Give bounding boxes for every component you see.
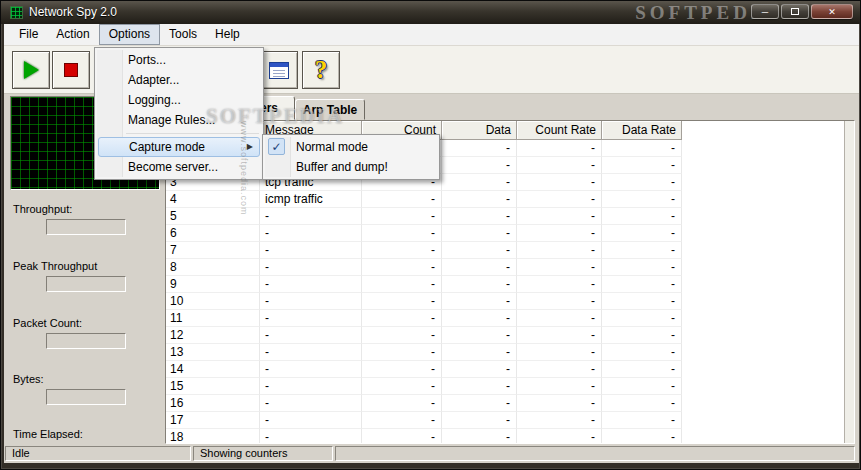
cell-count-rate: - bbox=[517, 395, 602, 412]
checkmark-icon: ✓ bbox=[268, 138, 285, 155]
menubar-item-options[interactable]: Options bbox=[99, 24, 160, 45]
stat-label: Peak Throughput bbox=[13, 260, 157, 272]
cell-filler bbox=[682, 242, 844, 259]
stat-label: Throughput: bbox=[13, 203, 157, 215]
menubar-item-file[interactable]: File bbox=[10, 24, 47, 45]
menu-item-become-server[interactable]: Become server... bbox=[96, 157, 262, 177]
close-icon: ✕ bbox=[828, 6, 836, 18]
menubar-item-tools[interactable]: Tools bbox=[160, 24, 206, 45]
cell-index: 5 bbox=[166, 208, 260, 225]
cell-count-rate: - bbox=[517, 276, 602, 293]
table-row[interactable]: 4icmp traffic---- bbox=[166, 191, 844, 208]
table-row[interactable]: 8----- bbox=[166, 259, 844, 276]
cell-count-rate: - bbox=[517, 174, 602, 191]
cell-count: - bbox=[362, 310, 442, 327]
cell-count-rate: - bbox=[517, 293, 602, 310]
stat-value-box bbox=[46, 219, 126, 235]
play-icon bbox=[24, 61, 39, 79]
close-button[interactable]: ✕ bbox=[811, 4, 853, 19]
stop-capture-button[interactable] bbox=[52, 51, 90, 89]
stat-value-box bbox=[46, 389, 126, 405]
cell-message: - bbox=[260, 395, 362, 412]
cell-data-rate: - bbox=[602, 157, 682, 174]
cell-count-rate: - bbox=[517, 378, 602, 395]
table-row[interactable]: 7----- bbox=[166, 242, 844, 259]
cell-count: - bbox=[362, 361, 442, 378]
cell-count-rate: - bbox=[517, 140, 602, 157]
table-row[interactable]: 5----- bbox=[166, 208, 844, 225]
maximize-button[interactable] bbox=[781, 4, 809, 19]
cell-data-rate: - bbox=[602, 327, 682, 344]
cell-data: - bbox=[442, 276, 517, 293]
submenu-item-buffer-and-dump[interactable]: Buffer and dump! bbox=[264, 157, 438, 177]
cell-data-rate: - bbox=[602, 259, 682, 276]
cell-index: 13 bbox=[166, 344, 260, 361]
window-title: Network Spy 2.0 bbox=[29, 5, 117, 19]
column-header-count-rate[interactable]: Count Rate bbox=[517, 121, 602, 140]
cell-index: 4 bbox=[166, 191, 260, 208]
table-row[interactable]: 15----- bbox=[166, 378, 844, 395]
cell-data: - bbox=[442, 344, 517, 361]
column-header-data-rate[interactable]: Data Rate bbox=[602, 121, 682, 140]
cell-data: - bbox=[442, 208, 517, 225]
table-row[interactable]: 13----- bbox=[166, 344, 844, 361]
column-header-filler bbox=[682, 121, 844, 140]
minimize-button[interactable]: ─ bbox=[751, 4, 779, 19]
table-row[interactable]: 16----- bbox=[166, 395, 844, 412]
cell-count: - bbox=[362, 395, 442, 412]
table-row[interactable]: 6----- bbox=[166, 225, 844, 242]
table-row[interactable]: 14----- bbox=[166, 361, 844, 378]
table-row[interactable]: 18----- bbox=[166, 429, 844, 444]
cell-index: 10 bbox=[166, 293, 260, 310]
menu-item-logging[interactable]: Logging... bbox=[96, 90, 262, 110]
cell-data-rate: - bbox=[602, 191, 682, 208]
menu-item-label: Adapter... bbox=[128, 73, 179, 87]
menu-item-adapter[interactable]: Adapter... bbox=[96, 70, 262, 90]
menubar-item-action[interactable]: Action bbox=[47, 24, 98, 45]
cell-data: - bbox=[442, 293, 517, 310]
menubar-item-help[interactable]: Help bbox=[206, 24, 249, 45]
cell-count-rate: - bbox=[517, 242, 602, 259]
tab-arp-table[interactable]: Arp Table bbox=[295, 99, 365, 120]
table-row[interactable]: 17----- bbox=[166, 412, 844, 429]
cell-data-rate: - bbox=[602, 276, 682, 293]
cell-message: - bbox=[260, 242, 362, 259]
cell-filler bbox=[682, 344, 844, 361]
cell-count: - bbox=[362, 225, 442, 242]
table-row[interactable]: 10----- bbox=[166, 293, 844, 310]
menu-item-manage-rules[interactable]: Manage Rules... bbox=[96, 110, 262, 130]
table-row[interactable]: 11----- bbox=[166, 310, 844, 327]
show-counters-button[interactable] bbox=[260, 51, 298, 89]
cell-data: - bbox=[442, 157, 517, 174]
status-view: Showing counters bbox=[193, 446, 333, 461]
cell-filler bbox=[682, 140, 844, 157]
help-button[interactable]: ? bbox=[302, 51, 340, 89]
cell-index: 18 bbox=[166, 429, 260, 444]
cell-filler bbox=[682, 276, 844, 293]
counters-list-icon bbox=[269, 62, 289, 79]
cell-count-rate: - bbox=[517, 191, 602, 208]
vertical-scrollbar[interactable] bbox=[844, 121, 854, 443]
stop-icon bbox=[64, 63, 78, 77]
cell-filler bbox=[682, 412, 844, 429]
cell-index: 17 bbox=[166, 412, 260, 429]
start-capture-button[interactable] bbox=[12, 51, 50, 89]
window-controls: ─ ✕ bbox=[751, 4, 853, 19]
status-state: Idle bbox=[5, 446, 191, 461]
cell-data: - bbox=[442, 140, 517, 157]
menu-item-capture-mode[interactable]: Capture mode▶ bbox=[98, 137, 260, 157]
cell-data: - bbox=[442, 225, 517, 242]
column-header-data[interactable]: Data bbox=[442, 121, 517, 140]
title-bar[interactable]: Network Spy 2.0 SOFTPEDIA ─ ✕ bbox=[1, 1, 860, 24]
cell-count-rate: - bbox=[517, 225, 602, 242]
cell-count: - bbox=[362, 344, 442, 361]
menu-item-ports[interactable]: Ports... bbox=[96, 50, 262, 70]
cell-index: 7 bbox=[166, 242, 260, 259]
table-row[interactable]: 12----- bbox=[166, 327, 844, 344]
submenu-item-normal-mode[interactable]: ✓Normal mode bbox=[264, 137, 438, 157]
table-row[interactable]: 9----- bbox=[166, 276, 844, 293]
cell-count-rate: - bbox=[517, 327, 602, 344]
status-filler bbox=[335, 446, 855, 461]
cell-message: - bbox=[260, 327, 362, 344]
app-icon bbox=[10, 6, 23, 19]
